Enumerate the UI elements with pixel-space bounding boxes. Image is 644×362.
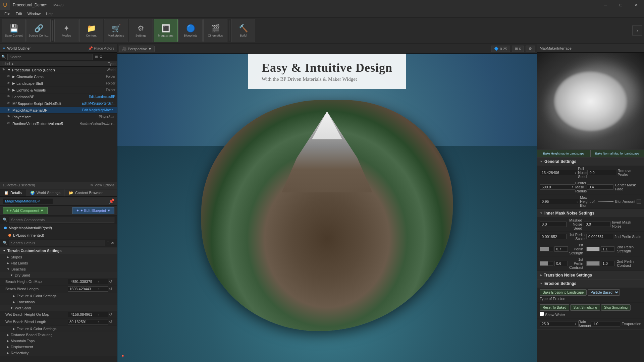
tab-world-settings[interactable]: 🌍 World Settings [26, 189, 65, 196]
menu-edit[interactable]: Edit [13, 11, 25, 16]
outliner-item-m4supporter[interactable]: 👁 M4SupporterScript-DoNotEdit Edit M4Sup… [0, 100, 117, 107]
erosion-settings-header[interactable]: ▼ Erosion Settings [537, 280, 644, 288]
wet-beach-height-input[interactable] [69, 312, 98, 316]
modes-button[interactable]: ✦ Modes [54, 19, 78, 42]
blur-checkbox[interactable] [637, 199, 641, 204]
center-fade-input[interactable] [589, 185, 609, 189]
perlin2-contrast-input[interactable] [601, 261, 614, 266]
outliner-search-input[interactable] [7, 54, 93, 60]
bake-heightmap-button[interactable]: Bake Heightmap to Landscape [537, 150, 591, 157]
minimize-button[interactable]: ─ [598, 0, 613, 10]
slopes-header[interactable]: ▶ Slopes [0, 254, 117, 260]
bake-erosion-button[interactable]: Bake Erosion to Landscape [540, 289, 587, 296]
wet-blend-input[interactable] [69, 320, 98, 324]
outliner-item-playerstart[interactable]: 👁 PlayerStart PlayerStart [0, 114, 117, 120]
terrain-settings-header[interactable]: ▼ Terrain Customization Settings [0, 247, 117, 254]
erosion-type-dropdown[interactable]: Particle Based [588, 289, 620, 296]
maximize-button[interactable]: □ [613, 0, 629, 10]
edit-blueprint-button[interactable]: ✦ ✦ Edit Blueprint ▼ [72, 207, 114, 214]
perlin1-scale-input[interactable] [540, 234, 567, 239]
displacement-header[interactable]: ▶ Displacement [0, 344, 117, 350]
actor-name-input[interactable] [3, 198, 53, 204]
stop-simulating-button[interactable]: Stop Simulating [601, 304, 631, 311]
beaches-header[interactable]: ▼ Beaches [0, 266, 117, 272]
texture-color-settings-wet[interactable]: ▶ Texture & Color Settings [0, 326, 117, 332]
reset-wet-blend[interactable]: ↺ [109, 319, 114, 324]
spin-noise[interactable]: ↕ [575, 171, 576, 174]
general-settings-header[interactable]: ▼ General Settings [537, 158, 644, 166]
component-item-self[interactable]: MagicMapMaterialBP(self) [0, 224, 117, 232]
content-button[interactable]: 📁 Content [79, 19, 103, 42]
spin-wet-up[interactable]: ↑ [98, 313, 100, 316]
perlin2-scale-input[interactable] [586, 234, 613, 239]
remove-peaks-input[interactable] [589, 171, 609, 175]
outliner-item-landmassbp[interactable]: 👁 LandmassBP Edit LandmassBP [0, 94, 117, 100]
distance-based-texturing-header[interactable]: ▶ Distance Based Texturing [0, 332, 117, 338]
grid-icon[interactable]: ⊞ [106, 241, 109, 245]
bake-normal-button[interactable]: Bake Normal Map for Landscape [591, 150, 644, 157]
marketplace-button[interactable]: 🛒 Marketplace [104, 19, 128, 42]
center-mask-input[interactable] [542, 185, 572, 189]
settings-icon-outliner[interactable]: ⚙ [99, 55, 103, 59]
outliner-item-cinematic[interactable]: 👁 ▶ Cinematic Cams Folder [0, 73, 117, 80]
spin-center[interactable]: ↕ [572, 185, 574, 189]
rain-amount-input[interactable] [542, 322, 575, 326]
wet-sand-header[interactable]: ▼ Wet Sand [0, 305, 117, 311]
spin-wet-blend[interactable]: ↑ [98, 320, 100, 324]
reset-beach-blend[interactable]: ↺ [109, 287, 114, 291]
menu-file[interactable]: File [2, 11, 13, 16]
viewport-type-button[interactable]: 🎥 Perspective ▼ [119, 46, 155, 52]
inner-mask-header[interactable]: ▼ Inner Mask Noise Settings [537, 209, 644, 217]
texture-color-settings-dry[interactable]: ▶ Texture & Color Settings [0, 293, 117, 299]
viewport[interactable]: 🎥 Perspective ▼ 🔷 0.25 ⊞ 6 ⚙ [117, 44, 537, 362]
outliner-item-landscape[interactable]: 👁 ▶ Landscape Stuff Folder [0, 80, 117, 87]
search-components-input[interactable] [9, 217, 114, 223]
source-control-button[interactable]: 🔗 Source Contr... [26, 19, 51, 42]
megascans-button[interactable]: 🔳 Megascans [154, 19, 178, 42]
invert-mask-input[interactable] [584, 222, 611, 227]
outliner-item-magicmap[interactable]: 👁 MagicMapMaterialBP Edit MagicMapMater.… [0, 107, 117, 114]
grid-button[interactable]: ⊞ 6 [512, 46, 524, 52]
blueprints-button[interactable]: 🔵 Blueprints [178, 19, 203, 42]
masked-noise-input[interactable] [540, 222, 567, 227]
transitions-header[interactable]: ▶ Transitions [0, 299, 117, 305]
add-component-button[interactable]: + + Add Component ▼ [3, 207, 48, 214]
reflectivity-header[interactable]: ▶ Reflectivity [0, 350, 117, 356]
save-button[interactable]: 💾 Save Current [2, 19, 26, 42]
eye-toggle-icon[interactable]: 👁 [111, 241, 114, 245]
cinematics-button[interactable]: 🎬 Cinematics [203, 19, 227, 42]
blur-slider[interactable] [598, 201, 614, 202]
view-options-button[interactable]: 👁 View Options [90, 183, 114, 187]
search-details-input[interactable] [9, 240, 105, 246]
place-actors-button[interactable]: 📌 Place Actors [88, 46, 114, 51]
evap-input[interactable] [593, 322, 613, 326]
noise-seed-input[interactable] [542, 171, 575, 175]
reset-baked-button[interactable]: Reset To Baked [540, 304, 569, 311]
outliner-item-lighting[interactable]: 👁 ▶ Lighting & Visuals Folder [0, 87, 117, 94]
build-button[interactable]: 🔨 Build [231, 19, 255, 42]
reset-beach-height[interactable]: ↺ [109, 279, 114, 284]
perlin1-contrast-input[interactable] [554, 261, 568, 266]
spin-blur[interactable]: ↕ [577, 200, 578, 203]
menu-window[interactable]: Window [25, 11, 43, 16]
close-button[interactable]: ✕ [629, 0, 644, 10]
outliner-item[interactable]: 👁 ▼ Procedural_Demo (Editor) World [0, 67, 117, 73]
perlin1-strength-input[interactable] [554, 246, 568, 252]
viewport-content[interactable]: Easy & Intuitive Design With the BP Driv… [117, 54, 537, 362]
perlin2-strength-input[interactable] [601, 246, 614, 252]
tab-details[interactable]: 📋 Details [0, 189, 26, 196]
pin-icon[interactable]: 📌 [109, 198, 114, 204]
transition-noise-header[interactable]: ▶ Transition Noise Settings [537, 271, 644, 279]
start-simulating-button[interactable]: Start Simulating [570, 304, 600, 311]
spin-up-blend[interactable]: ↑ [98, 287, 100, 291]
tab-content-browser[interactable]: 📂 Content Browser [65, 189, 107, 196]
show-water-checkbox[interactable] [540, 312, 544, 316]
blur-height-input[interactable] [542, 199, 577, 203]
filter-icon[interactable]: ⊞ [95, 55, 98, 59]
flat-lands-header[interactable]: ▶ Flat Lands [0, 260, 117, 266]
reset-wet-height[interactable]: ↺ [109, 312, 114, 317]
spin-rain[interactable]: ↕ [575, 322, 577, 325]
beach-height-input[interactable] [69, 280, 98, 284]
settings-button[interactable]: ⚙ Settings [129, 19, 153, 42]
beach-blend-input[interactable] [69, 287, 98, 291]
